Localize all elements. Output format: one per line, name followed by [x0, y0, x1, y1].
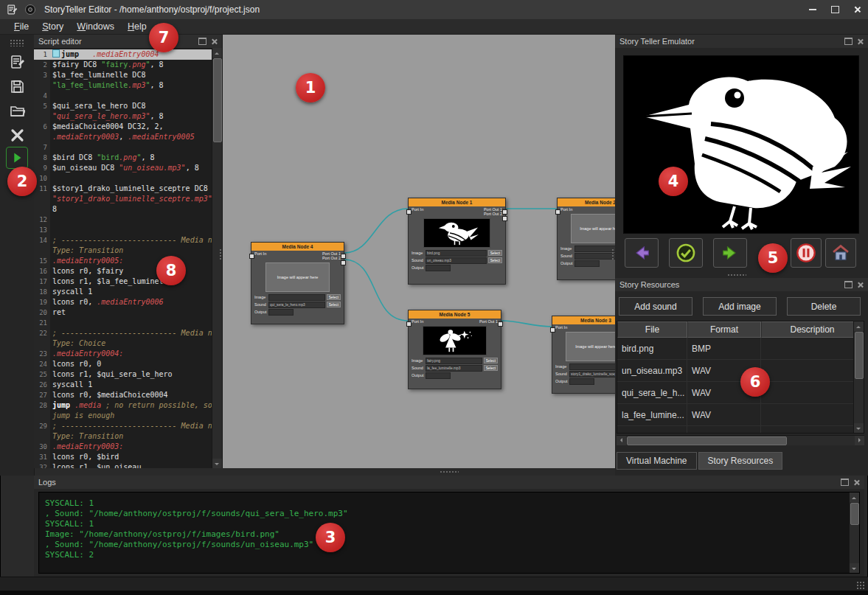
menu-windows[interactable]: Windows [70, 21, 121, 32]
input-port[interactable] [406, 209, 412, 215]
select-button[interactable]: Select [488, 257, 502, 263]
table-row[interactable]: bird.pngBMP [617, 338, 864, 360]
node-title[interactable]: Media Node 2 [558, 198, 615, 206]
scroll-right-arrow[interactable] [855, 436, 864, 445]
menu-help[interactable]: Help [121, 21, 153, 32]
tab-virtual-machine[interactable]: Virtual Machine [617, 452, 697, 470]
float-panel-icon[interactable] [844, 38, 853, 45]
scroll-thumb[interactable] [850, 503, 859, 525]
code-line: 13 [34, 225, 212, 235]
menu-story[interactable]: Story [35, 21, 70, 32]
run-button[interactable] [6, 147, 28, 169]
logs-output[interactable]: SYSCALL: 1, Sound: "/home/anthony/ostpro… [38, 492, 860, 574]
node-2[interactable]: Media Node 2Port InPort Out 1Image will … [557, 198, 615, 280]
node-title[interactable]: Media Node 1 [409, 198, 505, 206]
close-button[interactable] [846, 0, 868, 19]
table-row[interactable]: la_fee_lumine...WAV [617, 404, 864, 426]
node-3[interactable]: Media Node 3Port InPort Out 1Image will … [552, 316, 615, 394]
input-port[interactable] [550, 327, 555, 333]
home-icon [830, 243, 851, 263]
output-port[interactable] [341, 254, 346, 259]
toolbar-grip[interactable] [10, 39, 24, 46]
logs-scrollbar[interactable] [849, 493, 859, 573]
resize-grip[interactable] [856, 581, 865, 590]
open-project-button[interactable] [6, 100, 28, 122]
scroll-up-arrow[interactable] [212, 48, 222, 58]
scroll-down-arrow[interactable] [850, 563, 859, 573]
node-title[interactable]: Media Node 3 [552, 316, 615, 324]
float-panel-icon[interactable] [844, 281, 853, 288]
code-line: 4 [34, 91, 212, 101]
float-panel-icon[interactable] [198, 38, 206, 45]
scroll-thumb[interactable] [213, 58, 222, 142]
column-header-description[interactable]: Description [761, 321, 864, 338]
table-hscrollbar[interactable] [617, 435, 864, 445]
emulator-next-button[interactable] [713, 238, 747, 268]
table-scrollbar[interactable] [853, 321, 864, 433]
output-port[interactable] [341, 260, 346, 265]
emulator-screen [623, 55, 859, 234]
input-port[interactable] [555, 209, 560, 215]
select-button[interactable]: Select [484, 365, 498, 371]
tab-story-resources[interactable]: Story Resources [698, 452, 783, 470]
scroll-down-arrow[interactable] [212, 459, 222, 468]
input-port[interactable] [249, 254, 254, 259]
emulator-pause-button[interactable] [791, 238, 822, 268]
node-output-value [569, 378, 594, 385]
scroll-left-arrow[interactable] [617, 436, 626, 445]
select-button[interactable]: Select [327, 294, 341, 300]
table-row[interactable]: fairy.pngBMP [617, 426, 864, 434]
close-project-button[interactable] [6, 124, 28, 146]
close-panel-icon[interactable] [857, 282, 864, 288]
node-graph-canvas[interactable]: Media Node 4Port InPort Out 1Port Out 2I… [223, 35, 615, 468]
close-panel-icon[interactable] [857, 38, 864, 45]
table-cell: fairy.png [617, 426, 687, 434]
menu-file[interactable]: File [7, 21, 35, 32]
new-script-button[interactable] [6, 51, 28, 73]
close-panel-icon[interactable] [211, 38, 218, 45]
code-line: "qui_sera_le_hero.mp3", 8 [34, 111, 212, 122]
scroll-up-arrow[interactable] [854, 321, 864, 331]
code-line: 12 [34, 215, 212, 225]
save-button[interactable] [6, 75, 28, 97]
select-button[interactable]: Select [488, 250, 502, 256]
splitter-handle[interactable] [440, 470, 459, 474]
scroll-thumb[interactable] [855, 332, 864, 379]
output-port[interactable] [502, 216, 507, 221]
script-editor[interactable]: 1jump .mediaEntry00042$fairy DC8 "fairy.… [34, 48, 222, 468]
select-button[interactable]: Select [327, 302, 341, 307]
maximize-button[interactable] [824, 0, 846, 19]
scroll-down-arrow[interactable] [854, 423, 864, 433]
add-sound-button[interactable]: Add sound [619, 297, 692, 316]
splitter-handle[interactable] [219, 248, 223, 260]
splitter-handle[interactable] [727, 274, 746, 277]
node-output-row: Output [409, 372, 501, 379]
select-button[interactable]: Select [484, 358, 498, 363]
float-panel-icon[interactable] [841, 479, 849, 486]
input-port[interactable] [406, 321, 412, 327]
add-image-button[interactable]: Add image [703, 297, 777, 316]
emulator-ok-button[interactable] [669, 238, 703, 268]
node-title[interactable]: Media Node 5 [409, 310, 501, 319]
code-line: 30.mediaEntry0003: [34, 442, 212, 452]
column-header-file[interactable]: File [617, 321, 687, 338]
node-1[interactable]: Media Node 1Port InPort Out 1Port Out 2I… [408, 198, 506, 285]
close-panel-icon[interactable] [853, 479, 860, 486]
scroll-up-arrow[interactable] [850, 493, 859, 502]
node-4[interactable]: Media Node 4Port InPort Out 1Port Out 2I… [251, 242, 344, 324]
output-port[interactable] [502, 209, 507, 215]
code-line: 26syscall 1 [34, 380, 212, 390]
node-5[interactable]: Media Node 5Port InPort Out 1Imagefairy.… [408, 310, 501, 389]
delete-button[interactable]: Delete [787, 297, 861, 316]
minimize-button[interactable] [802, 0, 824, 19]
output-port[interactable] [498, 321, 503, 327]
node-ports: Port InPort Out 1Port Out 2 [251, 251, 344, 260]
emulator-previous-button[interactable] [625, 238, 659, 268]
line-number: 22 [34, 328, 50, 338]
node-title[interactable]: Media Node 4 [251, 243, 344, 251]
code-line: 15.mediaEntry0005: [34, 256, 212, 266]
scroll-thumb[interactable] [627, 436, 787, 445]
emulator-home-button[interactable] [825, 238, 856, 268]
column-header-format[interactable]: Format [687, 321, 761, 338]
annotation-1: 1 [296, 73, 325, 102]
